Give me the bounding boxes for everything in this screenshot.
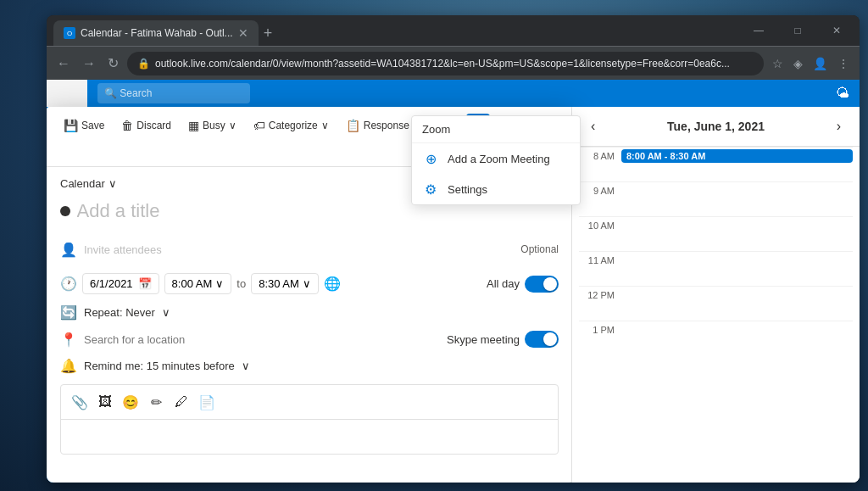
calendar-panel-header: ‹ Tue, June 1, 2021 › (572, 107, 860, 147)
calendar-icon: 📅 (138, 277, 152, 290)
menu-button[interactable]: ⋮ (834, 53, 853, 74)
cal-next-button[interactable]: › (832, 117, 846, 136)
time-area-11am[interactable] (621, 252, 853, 286)
time-label-8am: 8 AM (579, 148, 621, 161)
save-button[interactable]: 💾 Save (57, 115, 111, 136)
tag-icon: 🏷 (253, 119, 265, 132)
repeat-icon: 🔄 (60, 304, 77, 321)
time-label-11am: 11 AM (579, 252, 621, 265)
skype-toggle-knob (543, 332, 557, 346)
cal-date-title: Tue, June 1, 2021 (667, 120, 765, 133)
attach-button[interactable]: 📎 (68, 390, 92, 414)
location-input[interactable] (84, 333, 440, 346)
time-slot-9am: 9 AM (579, 181, 853, 216)
add-zoom-meeting-item[interactable]: ⊕ Add a Zoom Meeting (412, 143, 580, 174)
zoom-settings-item[interactable]: ⚙ Settings (412, 174, 580, 204)
skype-toggle[interactable] (525, 331, 559, 348)
timezone-icon: 🌐 (324, 276, 341, 292)
browser-tab-bar: O Calendar - Fatima Wahab - Outl... ✕ + … (47, 15, 860, 46)
editor-toolbar-buttons: 📎 🖼 😊 ✏ 🖊 📄 (61, 385, 558, 420)
extension-button[interactable]: ◈ (790, 53, 806, 74)
attendees-input[interactable] (84, 243, 514, 256)
forward-button[interactable]: → (79, 53, 99, 75)
reminder-row: 🔔 Remind me: 15 minutes before ∨ (60, 358, 559, 374)
highlight-button[interactable]: 🖊 (170, 390, 193, 414)
reload-button[interactable]: ↻ (104, 52, 122, 75)
editor-area: 📎 🖼 😊 ✏ 🖊 📄 (60, 384, 559, 455)
time-area-1pm[interactable] (621, 321, 853, 355)
time-to-value: 8:30 AM (259, 277, 299, 290)
repeat-label[interactable]: Repeat: Never (84, 306, 155, 319)
browser-tabs: O Calendar - Fatima Wahab - Outl... ✕ + (47, 15, 736, 46)
response-icon: 📋 (346, 119, 360, 132)
skype-row: Skype meeting (447, 331, 559, 348)
file-button[interactable]: 📄 (195, 390, 219, 414)
url-text: outlook.live.com/calendar/0/view/month?a… (155, 58, 730, 70)
time-area-12pm[interactable] (621, 287, 853, 321)
cal-prev-button[interactable]: ‹ (586, 117, 600, 136)
reminder-icon: 🔔 (60, 358, 77, 374)
datetime-icon: 🕐 (60, 276, 77, 292)
url-bar[interactable]: 🔒 outlook.live.com/calendar/0/view/month… (127, 52, 764, 75)
busy-button[interactable]: ▦ Busy ∨ (181, 115, 243, 136)
time-from-value: 8:00 AM (172, 277, 213, 290)
time-label-1pm: 1 PM (579, 321, 621, 335)
time-from-field[interactable]: 8:00 AM ∨ (164, 273, 232, 294)
active-tab[interactable]: O Calendar - Fatima Wahab - Outl... ✕ (53, 20, 259, 46)
all-day-toggle[interactable] (525, 276, 559, 293)
skype-label: Skype meeting (447, 333, 520, 346)
optional-label: Optional (520, 243, 559, 255)
back-button[interactable]: ← (53, 53, 74, 75)
time-chevron-icon: ∨ (215, 277, 224, 290)
image-button[interactable]: 🖼 (93, 390, 117, 414)
time-slot-10am: 10 AM (579, 216, 853, 251)
draw-button[interactable]: ✏ (144, 390, 168, 414)
time-slot-1pm: 1 PM (579, 321, 853, 355)
calendar-panel: ‹ Tue, June 1, 2021 › 8 AM 8:00 AM - 8:3… (571, 107, 860, 483)
categorize-button[interactable]: 🏷 Categorize ∨ (247, 115, 336, 136)
browser-window-controls: — □ ✕ (736, 15, 860, 46)
time-area-8am[interactable]: 8:00 AM - 8:30 AM (621, 148, 853, 181)
time-to-field[interactable]: 8:30 AM ∨ (251, 273, 319, 294)
attendees-row: 👤 Optional (60, 236, 559, 263)
time-area-10am[interactable] (621, 217, 853, 251)
datetime-row: 🕐 6/1/2021 📅 8:00 AM ∨ to 8:30 AM ∨ 🌐 (60, 273, 559, 294)
new-tab-button[interactable]: + (259, 25, 278, 46)
bookmark-button[interactable]: ☆ (769, 53, 787, 74)
repeat-chevron: ∨ (162, 306, 170, 319)
tab-close-button[interactable]: ✕ (238, 27, 248, 39)
close-button[interactable]: ✕ (817, 15, 856, 46)
date-from-field[interactable]: 6/1/2021 📅 (82, 273, 159, 294)
tab-title: Calendar - Fatima Wahab - Outl... (81, 27, 233, 39)
weather-icon[interactable]: 🌤 (836, 86, 849, 101)
all-day-toggle-knob (543, 277, 557, 291)
time-area-9am[interactable] (621, 182, 853, 216)
title-bullet (60, 206, 70, 216)
attendees-icon: 👤 (60, 242, 77, 258)
address-bar: ← → ↻ 🔒 outlook.live.com/calendar/0/view… (47, 46, 860, 80)
remind-label[interactable]: Remind me: 15 minutes before (84, 360, 235, 372)
calendar-label: Calendar (60, 177, 105, 190)
outlook-header: 🔍 Search 🌤 (87, 80, 860, 107)
time-slot-11am: 11 AM (579, 251, 853, 286)
save-icon: 💾 (64, 119, 78, 132)
time-label-12pm: 12 PM (579, 287, 621, 300)
time-slots-list: 8 AM 8:00 AM - 8:30 AM 9 AM 10 AM 11 AM (572, 147, 860, 483)
date-from-value: 6/1/2021 (90, 277, 133, 290)
busy-icon: ▦ (188, 119, 199, 132)
maximize-button[interactable]: □ (778, 15, 817, 46)
zoom-settings-icon: ⚙ (422, 181, 439, 198)
emoji-button[interactable]: 😊 (119, 390, 142, 414)
repeat-row: 🔄 Repeat: Never ∨ (60, 304, 559, 321)
zoom-settings-label: Settings (448, 183, 487, 196)
discard-button[interactable]: 🗑 Discard (114, 115, 178, 136)
profile-button[interactable]: 👤 (810, 53, 831, 74)
header-search[interactable]: 🔍 Search (97, 83, 250, 103)
minimize-button[interactable]: — (739, 15, 778, 46)
browser-action-buttons: ☆ ◈ 👤 ⋮ (769, 53, 853, 74)
location-row: 📍 Skype meeting (60, 331, 559, 348)
event-block-8am[interactable]: 8:00 AM - 8:30 AM (621, 149, 853, 163)
add-zoom-icon: ⊕ (422, 150, 439, 167)
editor-content[interactable] (61, 420, 558, 454)
location-icon: 📍 (60, 332, 77, 348)
